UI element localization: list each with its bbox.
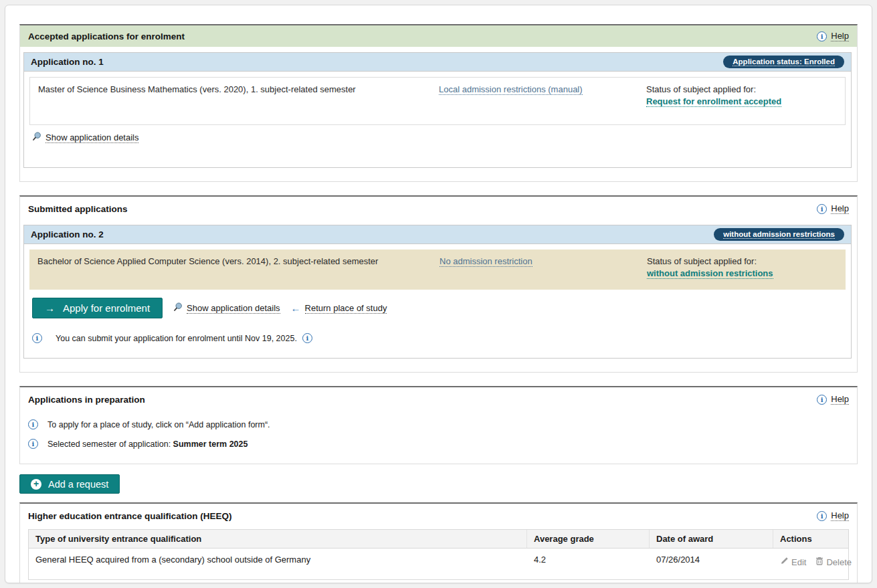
arrow-left-icon: ← <box>291 303 301 313</box>
admission-restriction-cell: Local admission restrictions (manual) <box>439 84 640 94</box>
page-background: Accepted applications for enrolment i He… <box>0 0 877 583</box>
application-1-content: Master of Science Business Mathematics (… <box>29 77 846 125</box>
preparation-section-title: Applications in preparation <box>28 395 145 405</box>
status-cell: Status of subject applied for: without a… <box>647 256 838 278</box>
application-1-box: Application no. 1 Application status: En… <box>23 52 852 168</box>
help-link-preparation[interactable]: i Help <box>817 394 849 405</box>
delete-button[interactable]: Delete <box>815 557 852 567</box>
column-header-actions: Actions <box>773 530 848 548</box>
info-icon: i <box>817 395 827 405</box>
help-link-submitted[interactable]: i Help <box>817 203 849 214</box>
application-status-badge-label: Application status: Enrolled <box>733 58 835 66</box>
application-2-box: Application no. 2 without admission rest… <box>23 225 852 359</box>
help-label: Help <box>831 203 849 214</box>
accepted-section-header: Accepted applications for enrolment i He… <box>20 25 857 47</box>
applications-in-preparation-section: Applications in preparation i Help i To … <box>19 386 858 464</box>
submitted-applications-section: Submitted applications i Help Applicatio… <box>19 195 858 373</box>
application-1-actions: Show application details <box>32 132 851 167</box>
submitted-section-header: Submitted applications i Help <box>20 197 857 215</box>
local-admission-restrictions-link[interactable]: Local admission restrictions (manual) <box>439 84 583 95</box>
add-request-row: + Add a request <box>19 474 858 494</box>
application-2-title: Application no. 2 <box>31 229 104 239</box>
info-icon: i <box>817 204 827 214</box>
help-label: Help <box>831 394 849 405</box>
heeq-table: Type of university entrance qualificatio… <box>28 529 849 580</box>
status-label: Status of subject applied for: <box>646 84 837 94</box>
enrollment-accepted-link[interactable]: Request for enrollment accepted <box>646 96 781 107</box>
heeq-table-row: General HEEQ acquired from a (secondary)… <box>29 548 848 579</box>
apply-for-enrolment-button[interactable]: → Apply for enrolment <box>32 298 163 318</box>
column-header-date-of-award: Date of award <box>650 530 773 548</box>
status-label: Status of subject applied for: <box>647 256 838 266</box>
application-2-header: Application no. 2 without admission rest… <box>24 225 851 244</box>
deadline-tooltip-icon[interactable]: i <box>302 333 312 343</box>
admission-restriction-cell: No admission restriction <box>440 256 640 266</box>
add-form-info-row: i To apply for a place of study, click o… <box>28 419 849 429</box>
admission-restrictions-badge-label: without admission restrictions <box>723 230 835 239</box>
deadline-text: You can submit your application for enro… <box>56 334 297 343</box>
content-card: Accepted applications for enrolment i He… <box>5 5 872 583</box>
application-2-content: Bachelor of Science Applied Computer Sci… <box>29 250 846 290</box>
plus-icon: + <box>31 479 41 490</box>
help-label: Help <box>831 510 849 521</box>
trash-icon <box>815 557 823 567</box>
pencil-icon <box>780 557 789 567</box>
preparation-section-header: Applications in preparation i Help <box>20 387 857 406</box>
heeq-section-title: Higher education entrance qualification … <box>28 511 232 521</box>
column-header-average-grade: Average grade <box>527 530 650 548</box>
application-1-header: Application no. 1 Application status: En… <box>24 53 851 72</box>
info-icon: i <box>817 31 827 41</box>
application-2-actions: → Apply for enrolment Show application d… <box>32 298 851 318</box>
semester-info-row: i Selected semester of application: Summ… <box>28 439 849 454</box>
help-label: Help <box>831 31 849 41</box>
heeq-actions-cell: Edit <box>773 548 848 579</box>
application-1-title: Application no. 1 <box>31 57 104 67</box>
no-admission-restriction-link[interactable]: No admission restriction <box>440 256 532 267</box>
course-name: Bachelor of Science Applied Computer Sci… <box>37 256 433 266</box>
heeq-section: Higher education entrance qualification … <box>19 502 858 583</box>
accepted-applications-section: Accepted applications for enrolment i He… <box>19 24 858 182</box>
info-icon: i <box>28 439 38 449</box>
return-place-of-study-link[interactable]: ← Return place of study <box>291 303 387 314</box>
course-name: Master of Science Business Mathematics (… <box>38 84 432 94</box>
info-icon: i <box>32 333 42 343</box>
edit-button[interactable]: Edit <box>780 557 806 567</box>
admission-restrictions-badge: without admission restrictions <box>714 228 844 241</box>
arrow-right-icon: → <box>45 303 55 313</box>
help-link-heeq[interactable]: i Help <box>817 510 849 521</box>
enrolment-deadline-info: i You can submit your application for en… <box>32 333 851 358</box>
heeq-table-header-row: Type of university entrance qualificatio… <box>29 530 848 548</box>
without-admission-restrictions-link[interactable]: without admission restrictions <box>647 268 773 279</box>
selected-semester-value: Summer term 2025 <box>173 439 248 449</box>
heeq-section-header: Higher education entrance qualification … <box>20 504 857 522</box>
heeq-average-grade-cell: 4.2 <box>527 548 650 579</box>
magnifier-icon <box>32 132 41 143</box>
magnifier-icon <box>173 302 183 314</box>
submitted-section-title: Submitted applications <box>28 204 128 214</box>
show-application-details-link[interactable]: Show application details <box>173 302 280 314</box>
info-icon: i <box>28 419 38 429</box>
status-cell: Status of subject applied for: Request f… <box>646 84 837 106</box>
help-link-accepted[interactable]: i Help <box>817 31 849 41</box>
accepted-section-title: Accepted applications for enrolment <box>28 31 185 41</box>
heeq-type-cell: General HEEQ acquired from a (secondary)… <box>29 548 527 579</box>
semester-info-text: Selected semester of application: Summer… <box>47 439 248 449</box>
heeq-date-of-award-cell: 07/26/2014 <box>650 548 773 579</box>
show-application-details-link[interactable]: Show application details <box>32 132 138 143</box>
add-a-request-button[interactable]: + Add a request <box>19 474 120 494</box>
application-status-badge: Application status: Enrolled <box>723 56 844 68</box>
add-form-info-text: To apply for a place of study, click on … <box>47 420 270 429</box>
column-header-type: Type of university entrance qualificatio… <box>29 530 527 548</box>
info-icon: i <box>817 511 827 521</box>
